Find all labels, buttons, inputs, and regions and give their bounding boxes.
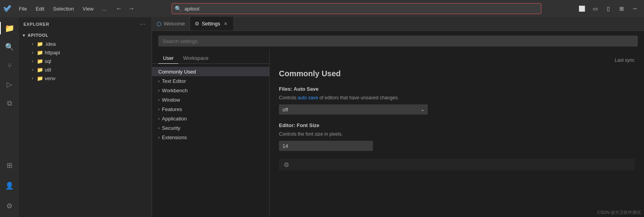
nav-buttons: ← → <box>114 3 137 14</box>
nav-commonly-used[interactable]: Commonly Used <box>152 67 269 76</box>
menu-bar: File Edit Selection View ... <box>15 4 110 13</box>
search-activity-icon: 🔍 <box>5 43 14 51</box>
root-label: APITOOL <box>28 33 49 38</box>
settings-tabs: User Workspace <box>152 50 269 64</box>
layout-toggle-button[interactable]: ▭ <box>589 0 601 17</box>
tree-item-httpapi[interactable]: › 📁 httpapi <box>19 48 152 57</box>
global-search-input[interactable] <box>172 3 541 14</box>
nav-item-label: Features <box>162 106 182 112</box>
tree-item-sql[interactable]: › 📁 sql <box>19 57 152 65</box>
tree-item-util[interactable]: › 📁 util <box>19 65 152 74</box>
folder-icon: 📁 <box>37 75 43 81</box>
nav-extensions[interactable]: › Extensions <box>152 133 269 142</box>
autosave-select[interactable]: off afterDelay onFocusChange onWindowCha… <box>279 104 428 115</box>
label-prefix: Editor: <box>279 122 297 128</box>
files-icon: 📁 <box>5 23 14 33</box>
activity-item-extensions[interactable]: ⧉ <box>0 94 19 113</box>
folder-icon: 📁 <box>37 50 43 56</box>
nav-application[interactable]: › Application <box>152 114 269 123</box>
nav-features[interactable]: › Features <box>152 104 269 114</box>
tab-close-button[interactable]: ✕ <box>223 21 229 27</box>
chevron-right-icon: › <box>30 68 35 72</box>
setting-desc-autosave: Controls auto save of editors that have … <box>279 94 635 101</box>
setting-group-fontsize: Editor: Font Size Controls the font size… <box>279 122 635 151</box>
menu-view[interactable]: View <box>79 4 98 13</box>
activity-item-account[interactable]: 👤 <box>0 176 19 195</box>
chevron-right-icon: › <box>158 126 159 130</box>
vscode-logo <box>3 4 12 13</box>
setting-desc-fontsize: Controls the font size in pixels. <box>279 131 635 138</box>
tree-root-apitool[interactable]: ▼ APITOOL <box>19 31 152 39</box>
nav-text-editor[interactable]: › Text Editor <box>152 76 269 86</box>
activity-item-search[interactable]: 🔍 <box>0 38 19 56</box>
main-layout: 📁 🔍 ⑂ ▷ ⧉ ⊞ 👤 ⚙ Explorer ⋯ <box>0 17 644 217</box>
layout-panel-button[interactable]: ⬜ <box>576 0 588 17</box>
activity-item-settings[interactable]: ⚙ <box>0 197 19 215</box>
welcome-tab-icon: ⬡ <box>157 21 161 27</box>
watermark: CSDN @大卫软件测试 <box>597 210 641 215</box>
title-bar: File Edit Selection View ... ← → 🔍 ⬜ ▭ ▯… <box>0 0 644 17</box>
nav-window[interactable]: › Window <box>152 95 269 104</box>
fontsize-input[interactable] <box>279 141 373 151</box>
tab-user[interactable]: User <box>158 53 178 64</box>
gear-settings-icon[interactable]: ⚙ <box>284 161 289 169</box>
settings-panel: User Workspace Commonly Used › Text Edit… <box>152 31 644 217</box>
chevron-right-icon: › <box>30 59 35 63</box>
editor-area: ⬡ Welcome ⚙ Settings ✕ User <box>152 17 644 217</box>
remote-icon: ⊞ <box>7 161 13 170</box>
nav-forward-button[interactable]: → <box>126 3 137 14</box>
minimize-button[interactable]: ─ <box>629 0 641 17</box>
folder-icon: 📁 <box>37 58 43 64</box>
activity-item-source-control[interactable]: ⑂ <box>0 56 19 75</box>
layout-grid-button[interactable]: ⊞ <box>616 0 628 17</box>
nav-item-label: Window <box>162 97 180 103</box>
setting-label-fontsize: Editor: Font Size <box>279 122 635 128</box>
tree-item-label: util <box>45 67 51 73</box>
auto-save-link[interactable]: auto save <box>298 95 318 100</box>
activity-bar: 📁 🔍 ⑂ ▷ ⧉ ⊞ 👤 ⚙ <box>0 17 19 217</box>
menu-edit[interactable]: Edit <box>32 4 48 13</box>
setting-group-autosave: Files: Auto Save Controls auto save of e… <box>279 86 635 115</box>
tab-settings[interactable]: ⚙ Settings ✕ <box>190 17 234 30</box>
tab-welcome-label: Welcome <box>164 21 185 27</box>
tree-item-idea[interactable]: › 📁 .idea <box>19 39 152 48</box>
tab-welcome[interactable]: ⬡ Welcome <box>152 17 190 30</box>
menu-file[interactable]: File <box>15 4 31 13</box>
activity-item-remote[interactable]: ⊞ <box>0 156 19 175</box>
menu-more[interactable]: ... <box>98 4 110 13</box>
tree-item-venv[interactable]: › 📁 venv <box>19 74 152 82</box>
label-bold: Auto Save <box>294 86 319 92</box>
activity-item-explorer[interactable]: 📁 <box>0 19 19 38</box>
tab-workspace[interactable]: Workspace <box>178 53 213 64</box>
settings-main-header: Commonly Used <box>279 69 635 78</box>
chevron-right-icon: › <box>158 117 159 121</box>
search-icon: 🔍 <box>175 5 181 12</box>
nav-security[interactable]: › Security <box>152 123 269 133</box>
tab-bar: ⬡ Welcome ⚙ Settings ✕ <box>152 17 644 31</box>
gear-icon: ⚙ <box>6 202 13 210</box>
menu-selection[interactable]: Selection <box>49 4 78 13</box>
nav-workbench[interactable]: › Workbench <box>152 86 269 95</box>
new-file-button[interactable]: ⋯ <box>138 20 147 29</box>
sidebar: Explorer ⋯ ▼ APITOOL › 📁 .idea › 📁 httpa… <box>19 17 152 217</box>
nav-back-button[interactable]: ← <box>114 3 125 14</box>
activity-item-run[interactable]: ▷ <box>0 75 19 94</box>
settings-search-bar <box>152 31 644 50</box>
settings-search-input[interactable] <box>158 36 638 47</box>
folder-icon: 📁 <box>37 41 43 47</box>
tab-settings-label: Settings <box>202 21 220 27</box>
label-prefix: Files: <box>279 86 294 92</box>
run-icon: ▷ <box>7 80 12 89</box>
setting-select-wrapper-autosave: off afterDelay onFocusChange onWindowCha… <box>279 104 428 115</box>
chevron-right-icon: › <box>158 135 159 140</box>
chevron-right-icon: › <box>30 76 35 81</box>
settings-tab-icon: ⚙ <box>195 21 199 27</box>
settings-right-header: Last sync <box>279 57 635 63</box>
last-sync-label: Last sync <box>615 57 635 63</box>
chevron-right-icon: › <box>30 50 35 55</box>
nav-item-label: Application <box>162 116 187 122</box>
settings-content: User Workspace Commonly Used › Text Edit… <box>152 50 644 217</box>
layout-sidebar-button[interactable]: ▯ <box>602 0 614 17</box>
source-control-icon: ⑂ <box>7 62 12 70</box>
settings-left-panel: User Workspace Commonly Used › Text Edit… <box>152 50 270 217</box>
